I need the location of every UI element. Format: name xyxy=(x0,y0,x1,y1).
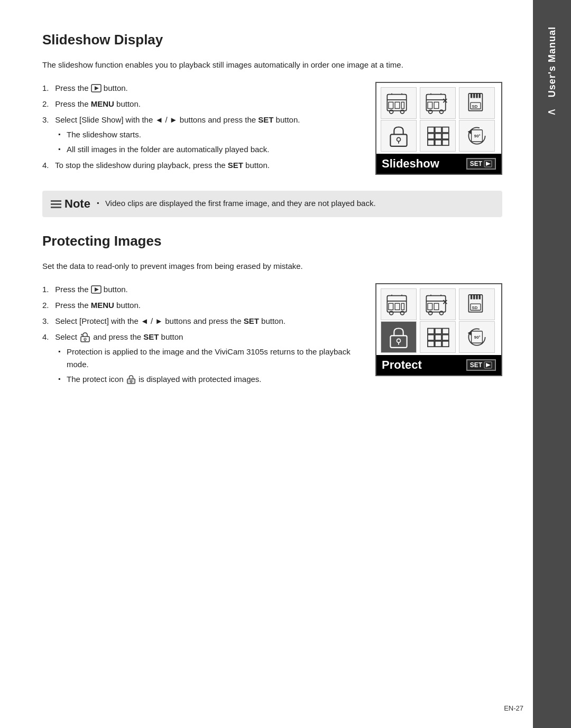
slideshow-content: 1. Press the button. 2. Press the MENU b… xyxy=(42,82,502,175)
svg-rect-28 xyxy=(390,134,407,146)
page-container: User's Manual ∨ Slideshow Display The sl… xyxy=(0,0,571,728)
slideshow-menu-image: SD xyxy=(375,82,502,175)
svg-rect-17 xyxy=(428,102,432,108)
svg-text:SD: SD xyxy=(472,104,477,109)
note-box: Note Video clips are displayed the first… xyxy=(42,191,502,217)
trash-cart-icon xyxy=(385,90,412,116)
svg-point-29 xyxy=(397,137,401,141)
grid-icon xyxy=(424,123,452,149)
menu-icon-trash1 xyxy=(381,87,417,119)
menu-icon-trash1-p xyxy=(381,288,417,320)
sidebar-arrow: ∨ xyxy=(545,108,559,116)
svg-rect-22 xyxy=(471,94,472,98)
grid-icon-p xyxy=(424,324,452,350)
step-3-slideshow: 3. Select [Slide Show] with the ◄ / ► bu… xyxy=(42,114,360,156)
menu-icon-lock-p xyxy=(381,321,417,353)
slideshow-steps-list: 1. Press the button. 2. Press the MENU b… xyxy=(42,82,360,172)
step-1-slideshow: 1. Press the button. xyxy=(42,82,360,95)
svg-rect-51 xyxy=(81,334,84,335)
menu-set-box-2: SET xyxy=(466,359,496,371)
play-button-icon-2 xyxy=(91,285,102,294)
svg-rect-10 xyxy=(401,102,404,108)
svg-rect-38 xyxy=(435,140,441,145)
svg-rect-91 xyxy=(435,341,441,347)
svg-rect-36 xyxy=(443,134,449,139)
svg-rect-34 xyxy=(428,134,434,139)
svg-rect-35 xyxy=(435,134,441,139)
slideshow-steps-col: 1. Press the button. 2. Press the MENU b… xyxy=(42,82,360,175)
note-label: Note xyxy=(65,197,90,211)
play-button-icon xyxy=(91,84,102,92)
menu-icon-rotate: 90° xyxy=(459,120,495,152)
menu-slideshow-label: Slideshow xyxy=(382,157,462,171)
menu-icon-rotate-p: 90° xyxy=(459,321,495,353)
sidebar-strip: User's Manual ∨ xyxy=(533,0,571,728)
svg-point-49 xyxy=(84,338,86,340)
svg-rect-31 xyxy=(428,127,434,133)
svg-rect-9 xyxy=(395,102,400,108)
menu-icon-lock xyxy=(381,120,417,152)
rotate-icon: 90° xyxy=(463,123,491,149)
sidebar-label: User's Manual xyxy=(547,26,558,97)
slideshow-intro: The slideshow function enables you to pl… xyxy=(42,59,502,71)
svg-rect-39 xyxy=(443,140,449,145)
menu-icon-sdcard-p: SD xyxy=(459,288,495,320)
svg-rect-33 xyxy=(443,127,449,133)
svg-rect-37 xyxy=(428,140,434,145)
step-1-protect: 1. Press the button. xyxy=(42,283,360,296)
slideshow-sub-bullets: The slideshow starts. All still images i… xyxy=(42,128,360,156)
menu-protect-label: Protect xyxy=(382,358,462,372)
trash-cart-icon2 xyxy=(424,90,452,116)
svg-text:SD: SD xyxy=(472,305,477,310)
svg-rect-88 xyxy=(435,335,441,340)
svg-rect-92 xyxy=(443,341,449,347)
step-4-protect: 4. Select and press the SET button Prote… xyxy=(42,331,360,386)
menu-set-box-1: SET xyxy=(466,158,496,170)
svg-point-82 xyxy=(397,339,401,342)
svg-rect-24 xyxy=(476,94,477,98)
lock-inline-icon xyxy=(126,375,136,384)
sub-bullet-1: The slideshow starts. xyxy=(58,128,360,141)
menu-icon-trash2 xyxy=(420,87,456,119)
protect-menu-image: SD xyxy=(375,283,502,376)
protect-title: Protecting Images xyxy=(42,233,502,249)
set-arrow-icon-2 xyxy=(484,361,492,369)
sd-card-icon: SD xyxy=(463,90,491,116)
protect-steps-col: 1. Press the button. 2. Press the MENU b… xyxy=(42,283,360,389)
svg-rect-71 xyxy=(434,303,439,310)
camera-menu-protect: SD xyxy=(375,283,502,376)
slideshow-title: Slideshow Display xyxy=(42,32,502,48)
svg-rect-76 xyxy=(473,295,475,300)
menu-icons-grid-2: SD xyxy=(376,284,501,355)
svg-rect-78 xyxy=(478,295,480,300)
menu-icon-grid-p xyxy=(420,321,456,353)
step-2-protect: 2. Press the MENU button. xyxy=(42,299,360,312)
menu-icons-grid-1: SD xyxy=(376,83,501,154)
svg-rect-62 xyxy=(395,303,400,310)
svg-rect-75 xyxy=(471,295,472,300)
protect-steps-list: 1. Press the button. 2. Press the MENU b… xyxy=(42,283,360,386)
svg-text:90°: 90° xyxy=(474,335,481,340)
svg-rect-32 xyxy=(435,127,441,133)
svg-rect-81 xyxy=(390,335,407,348)
svg-marker-94 xyxy=(468,331,472,336)
lock-small-icon xyxy=(79,332,91,342)
menu-bottom-slideshow: Slideshow SET xyxy=(376,154,501,174)
svg-rect-84 xyxy=(428,329,434,334)
note-content: Video clips are displayed the first fram… xyxy=(97,197,492,210)
trash-cart-icon-p2 xyxy=(424,291,452,318)
svg-rect-25 xyxy=(478,94,480,98)
svg-rect-77 xyxy=(476,295,477,300)
svg-rect-90 xyxy=(428,341,434,347)
step-4-slideshow: 4. To stop the slideshow during playback… xyxy=(42,159,360,172)
protect-sub-2: The protect icon is displayed with prote… xyxy=(58,373,360,386)
svg-rect-63 xyxy=(401,303,404,310)
svg-rect-18 xyxy=(434,102,439,108)
step-2-slideshow: 2. Press the MENU button. xyxy=(42,98,360,110)
sd-card-icon-p: SD xyxy=(463,291,491,318)
set-label-2: SET xyxy=(470,361,482,369)
svg-marker-45 xyxy=(486,162,491,166)
menu-icon-grid xyxy=(420,120,456,152)
svg-text:90°: 90° xyxy=(474,134,481,138)
lock-icon-menu xyxy=(385,123,412,149)
